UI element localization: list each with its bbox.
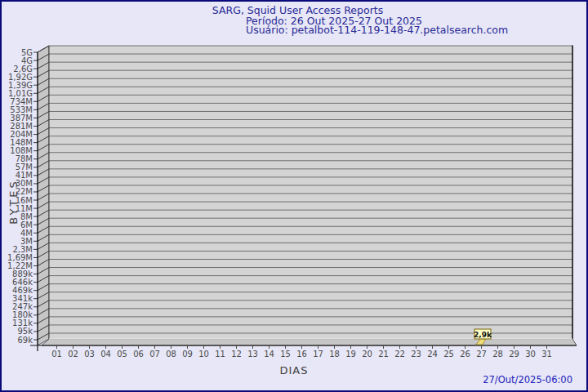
chart-timestamp: 27/Out/2025-06:00 [483, 374, 572, 385]
x-tick-label: 10 [198, 350, 209, 359]
x-tick-label: 06 [133, 350, 144, 359]
y-axis-title: BYTES [7, 179, 20, 225]
x-tick-label: 01 [51, 350, 62, 359]
x-tick-label: 29 [509, 350, 519, 359]
x-tick-label: 22 [394, 350, 405, 359]
x-tick-label: 31 [541, 350, 552, 359]
x-tick-label: 21 [378, 350, 389, 359]
x-tick-label: 30 [525, 350, 536, 359]
sarg-report-chart: SARG, Squid User Access Reports Período:… [0, 0, 588, 392]
x-tick-label: 16 [296, 350, 307, 359]
x-tick-label: 18 [329, 350, 340, 359]
x-tick-label: 05 [117, 350, 127, 359]
left-wall-3d [38, 46, 49, 345]
x-tick-label: 28 [492, 350, 503, 359]
x-tick-label: 26 [460, 350, 470, 359]
x-tick-label: 20 [362, 350, 372, 359]
x-tick-label: 12 [231, 350, 242, 359]
x-tick-label: 15 [280, 350, 291, 359]
x-tick-label: 13 [247, 350, 258, 359]
x-tick-label: 08 [166, 350, 176, 359]
x-tick-label: 27 [476, 350, 487, 359]
x-tick-label: 04 [100, 350, 111, 359]
x-tick-label: 09 [182, 350, 193, 359]
x-tick-label: 25 [443, 350, 454, 359]
x-tick-label: 24 [427, 350, 438, 359]
chart-plot: 5G4G2,6G1,92G1,39G1,01G734M533M387M281M2… [0, 0, 588, 392]
x-tick-label: 07 [149, 350, 160, 359]
chart-user-subtitle: Usuário: petalbot-114-119-148-47.petalse… [246, 24, 508, 36]
floor-3d [42, 339, 577, 345]
y-tick-label: 69k [17, 336, 33, 345]
x-tick-label: 14 [264, 350, 274, 359]
x-tick-label: 03 [84, 350, 95, 359]
x-tick-label: 23 [411, 350, 421, 359]
x-tick-label: 11 [215, 350, 225, 359]
flag-value-label: 2,9k [474, 331, 492, 339]
x-tick-label: 19 [345, 350, 356, 359]
x-tick-label: 02 [68, 350, 78, 359]
x-tick-label: 17 [313, 350, 323, 359]
plot-area [49, 46, 572, 339]
